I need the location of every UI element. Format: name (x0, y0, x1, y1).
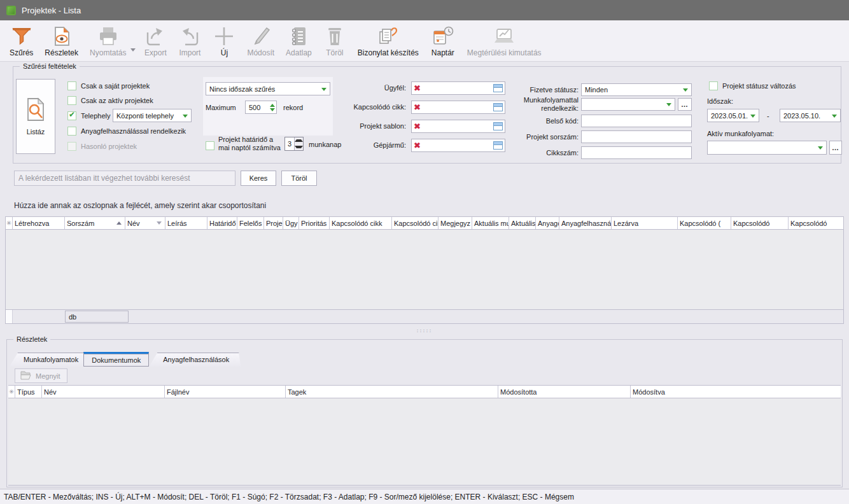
deadline-spinner[interactable]: 3 (284, 137, 304, 151)
tab-munkafolyamatok[interactable]: Munkafolyamatok (10, 353, 90, 367)
checkbox-project-status-change[interactable]: Projekt státusz változás (709, 81, 796, 90)
clear-x-icon[interactable]: ✖ (414, 84, 421, 92)
filter-button[interactable]: Szűrés (4, 20, 39, 57)
search-button[interactable]: Keres (241, 171, 276, 186)
tab-anyagfelhasznalasok[interactable]: Anyagfelhasználások (149, 353, 241, 367)
column-header[interactable]: Kapcsolódó ( (678, 217, 731, 229)
clear-search-button[interactable]: Töröl (281, 171, 317, 186)
column-header[interactable]: Tagek (286, 386, 498, 398)
column-header[interactable]: Kapcsolódó cikksz (392, 217, 439, 229)
print-button[interactable]: Nyomtatás (84, 20, 132, 57)
column-header[interactable]: Módosította (498, 386, 631, 398)
search-input[interactable] (14, 171, 235, 186)
checkbox-project-deadline[interactable] (206, 141, 214, 150)
maximum-spinner[interactable]: 500 (245, 101, 277, 114)
splitter-handle[interactable]: ·········· (0, 327, 849, 335)
column-header-label: Név (127, 220, 140, 227)
column-header[interactable]: Prioritás (299, 217, 330, 229)
print-dropdown-caret-icon[interactable] (130, 48, 136, 52)
column-header[interactable]: Fájlnév (165, 386, 286, 398)
clear-x-icon[interactable]: ✖ (414, 122, 421, 130)
clear-x-icon[interactable]: ✖ (414, 141, 421, 150)
create-receipt-button[interactable]: Bizonylat készítés (352, 20, 424, 57)
aktiv-munkafolyamat-dropdown[interactable] (707, 141, 827, 155)
column-header[interactable]: Ügy (283, 217, 299, 229)
column-header[interactable]: Anyago (536, 217, 559, 229)
checkbox-site[interactable]: Telephely (67, 111, 110, 120)
column-header[interactable]: Lezárva (612, 217, 678, 229)
column-header[interactable]: Aktuális munka (472, 217, 509, 229)
column-header[interactable]: Típus (15, 386, 42, 398)
deadline-value[interactable]: 3 (285, 137, 294, 150)
spin-up-button[interactable] (295, 137, 303, 144)
roi-report-button[interactable]: Megtérülési kimutatás (461, 20, 547, 57)
checkbox-icon[interactable] (67, 81, 76, 90)
group-by-hint[interactable]: Húzza ide annak az oszlopnak a fejlécét,… (14, 201, 266, 210)
column-header[interactable]: Név (42, 386, 165, 398)
open-button[interactable]: Megnyit (15, 368, 67, 383)
dropdown-arrow-icon (818, 146, 823, 150)
tab-label: Dokumentumok (92, 356, 141, 364)
export-button[interactable]: Export (138, 20, 172, 57)
details-button[interactable]: Részletek (39, 20, 84, 57)
printer-icon (97, 24, 120, 48)
aktiv-munkafolyamat-ellipsis-button[interactable]: … (829, 141, 842, 155)
belso-kod-input[interactable] (581, 115, 692, 127)
checkbox-active-projects[interactable]: Csak az aktív projektek (67, 96, 153, 105)
checkbox-icon[interactable] (67, 127, 76, 136)
fizetve-dropdown[interactable]: Minden (581, 83, 692, 96)
column-header[interactable]: Létrehozva (13, 217, 65, 229)
date-separator: - (767, 112, 769, 120)
tab-label: Munkafolyamatok (24, 356, 78, 363)
column-header[interactable]: Felelős (237, 217, 264, 229)
datasheet-button[interactable]: Adatlap (280, 20, 318, 57)
kapcsolodo-cikk-label: Kapcsolódó cikk: (311, 103, 406, 111)
checkbox-icon[interactable] (206, 141, 214, 150)
munkafolyamat-dropdown[interactable] (581, 98, 675, 111)
filter-dropdown-icon[interactable] (157, 221, 162, 225)
cikkszam-input[interactable] (581, 146, 692, 159)
column-header[interactable]: Proje (264, 217, 283, 229)
column-header[interactable]: Módosítva (631, 386, 841, 398)
projects-grid-body[interactable] (6, 230, 843, 309)
checkbox-icon[interactable] (67, 111, 76, 120)
spin-down-button[interactable] (295, 144, 303, 150)
list-button[interactable]: Listáz (16, 79, 55, 154)
dropdown-arrow-icon (832, 115, 837, 118)
toolbar-label: Módosít (247, 48, 274, 57)
checkbox-material-usage[interactable]: Anyagfelhasználással rendelkezik (67, 127, 186, 136)
app-window: { "window": { "title": "Projektek - List… (0, 0, 849, 504)
site-dropdown[interactable]: Központi telephely (113, 109, 192, 122)
column-header[interactable]: Kapcsolódó (731, 217, 789, 229)
munkafolyamat-ellipsis-button[interactable]: … (678, 98, 692, 111)
delete-button[interactable]: Töröl (318, 20, 352, 57)
checkbox-icon[interactable] (67, 142, 76, 151)
spin-down-icon[interactable] (270, 108, 275, 111)
column-header[interactable]: Anyagfelhasználás lez (559, 217, 612, 229)
calendar-button[interactable]: Naptár (424, 20, 461, 57)
spin-up-icon (295, 139, 303, 142)
column-header[interactable]: Határidő (207, 217, 237, 229)
clear-x-icon[interactable]: ✖ (414, 103, 421, 111)
column-header-sorted[interactable]: Sorszám (65, 217, 125, 229)
import-button[interactable]: Import (172, 20, 207, 57)
checkbox-similar-projects[interactable]: Hasonló projektek (67, 142, 137, 151)
modify-button[interactable]: Módosít (241, 20, 280, 57)
date-to-dropdown[interactable]: 2023.05.10. (780, 109, 841, 122)
column-header[interactable]: Kapcsolódó (789, 217, 843, 229)
column-header[interactable]: Kapcsolódó cikk (330, 217, 392, 229)
tab-dokumentumok[interactable]: Dokumentumok (83, 352, 149, 367)
column-header[interactable]: Megjegyz (439, 217, 472, 229)
maximum-value[interactable]: 500 (246, 101, 268, 113)
checkbox-own-projects[interactable]: Csak a saját projektek (67, 81, 150, 90)
projekt-sorszam-input[interactable] (581, 130, 692, 143)
column-header[interactable]: Név (125, 217, 165, 229)
date-from-dropdown[interactable]: 2023.05.01. (707, 109, 759, 122)
documents-grid-body[interactable] (8, 398, 841, 485)
checkbox-icon[interactable] (709, 81, 718, 90)
checkbox-icon[interactable] (67, 96, 76, 105)
column-header[interactable]: Leírás (165, 217, 207, 229)
spin-up-icon[interactable] (270, 104, 275, 107)
column-header[interactable]: Aktuális m (509, 217, 536, 229)
new-button[interactable]: Új (207, 20, 241, 57)
